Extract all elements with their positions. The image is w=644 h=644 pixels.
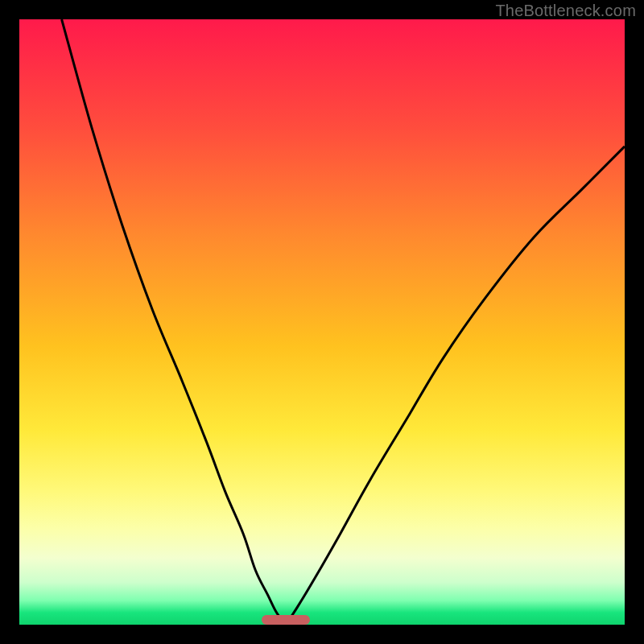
chart-frame: TheBottleneck.com	[0, 0, 644, 644]
plot-area	[19, 19, 625, 625]
watermark-text: TheBottleneck.com	[495, 2, 636, 20]
right-curve	[286, 147, 625, 625]
bottleneck-marker	[262, 615, 310, 625]
left-curve	[62, 19, 286, 625]
curves-layer	[19, 19, 625, 625]
